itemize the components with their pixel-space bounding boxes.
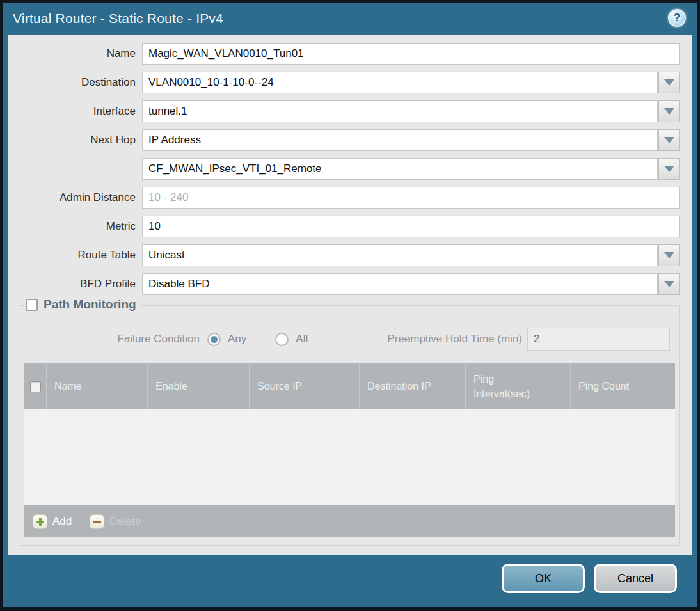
route-table-input[interactable]	[142, 244, 658, 266]
dialog-titlebar: Virtual Router - Static Route - IPv4	[3, 3, 697, 35]
select-all-checkbox[interactable]	[30, 381, 41, 392]
route-table-dropdown-button[interactable]	[658, 244, 680, 266]
destination-input[interactable]	[142, 72, 658, 93]
column-header-source-ip[interactable]: Source IP	[250, 363, 360, 409]
metric-input[interactable]	[142, 216, 680, 237]
path-monitoring-table-body	[24, 409, 675, 505]
path-monitoring-section: Path Monitoring Failure Condition Any Al…	[20, 305, 680, 546]
destination-dropdown-button[interactable]	[658, 72, 680, 93]
form-row-next-hop: Next Hop	[20, 129, 680, 151]
next-hop-address-input[interactable]	[142, 158, 658, 180]
bfd-profile-label: BFD Profile	[20, 278, 136, 290]
path-monitoring-legend: Path Monitoring	[24, 298, 141, 312]
form-row-route-table: Route Table	[20, 244, 680, 266]
help-icon-glyph: ?	[674, 12, 680, 24]
chevron-down-icon	[664, 79, 674, 86]
chevron-down-icon	[664, 108, 674, 115]
path-monitoring-checkbox[interactable]	[26, 299, 38, 311]
dialog-actions: OK Cancel	[502, 564, 677, 593]
chevron-down-icon	[664, 137, 674, 143]
form-row-bfd-profile: BFD Profile	[20, 273, 680, 295]
path-monitoring-title: Path Monitoring	[44, 298, 136, 312]
add-plus-icon	[33, 514, 47, 529]
ok-button[interactable]: OK	[502, 564, 585, 593]
column-header-ping-count[interactable]: Ping Count	[571, 363, 675, 409]
help-icon[interactable]: ?	[668, 9, 686, 27]
path-monitoring-table-header: Name Enable Source IP Destination IP Pin…	[24, 363, 675, 409]
next-hop-address-dropdown-button[interactable]	[658, 158, 680, 180]
delete-minus-icon	[90, 514, 104, 529]
delete-button[interactable]: Delete	[90, 514, 141, 529]
column-header-ping-interval[interactable]: Ping Interval(sec)	[466, 363, 571, 409]
bfd-profile-input[interactable]	[142, 273, 658, 295]
form-row-name: Name	[20, 43, 680, 65]
add-button-label: Add	[52, 515, 72, 528]
chevron-down-icon	[664, 166, 674, 172]
interface-input[interactable]	[142, 100, 658, 122]
interface-label: Interface	[20, 105, 136, 118]
form-row-next-hop-address	[20, 158, 680, 180]
form-row-admin-distance: Admin Distance	[20, 187, 680, 209]
column-header-destination-ip[interactable]: Destination IP	[360, 363, 466, 409]
add-button[interactable]: Add	[33, 514, 72, 529]
name-label: Name	[20, 47, 136, 60]
dialog-body: Name Destination Interface	[8, 35, 692, 555]
admin-distance-label: Admin Distance	[20, 191, 136, 204]
metric-label: Metric	[20, 220, 136, 233]
destination-label: Destination	[20, 76, 136, 89]
chevron-down-icon	[664, 252, 674, 258]
preemptive-hold-time-input[interactable]	[527, 328, 670, 351]
route-table-label: Route Table	[20, 249, 136, 262]
next-hop-type-input[interactable]	[142, 129, 658, 151]
failure-condition-any-label: Any	[228, 333, 246, 345]
delete-button-label: Delete	[109, 515, 141, 528]
next-hop-label: Next Hop	[20, 134, 136, 147]
path-monitoring-table-toolbar: Add Delete	[24, 505, 675, 537]
admin-distance-input[interactable]	[142, 187, 680, 209]
name-input[interactable]	[142, 43, 680, 65]
form-row-interface: Interface	[20, 100, 680, 122]
failure-condition-label: Failure Condition	[24, 333, 200, 345]
failure-condition-radio-all[interactable]	[275, 333, 289, 346]
column-header-name[interactable]: Name	[47, 363, 148, 409]
failure-condition-row: Failure Condition Any All Preemptive Hol…	[24, 328, 675, 351]
next-hop-type-dropdown-button[interactable]	[658, 129, 680, 151]
failure-condition-radio-any[interactable]	[207, 333, 221, 346]
form-row-metric: Metric	[20, 216, 680, 237]
dialog-frame: Virtual Router - Static Route - IPv4 ? N…	[3, 3, 697, 607]
cancel-button[interactable]: Cancel	[594, 564, 677, 593]
failure-condition-all-label: All	[296, 333, 308, 345]
chevron-down-icon	[664, 281, 674, 287]
interface-dropdown-button[interactable]	[658, 100, 680, 122]
column-header-enable[interactable]: Enable	[148, 363, 250, 409]
select-all-column-header	[24, 363, 47, 409]
form-row-destination: Destination	[20, 72, 680, 93]
dialog-title: Virtual Router - Static Route - IPv4	[13, 11, 223, 26]
preemptive-hold-time-label: Preemptive Hold Time (min)	[308, 333, 522, 345]
bfd-profile-dropdown-button[interactable]	[658, 273, 680, 295]
